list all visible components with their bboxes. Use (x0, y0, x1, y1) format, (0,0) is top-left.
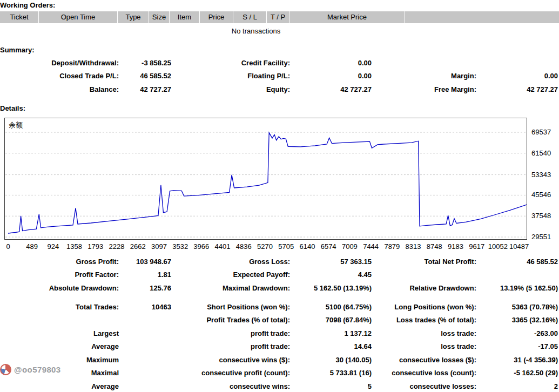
stat-value: -17.05 (476, 342, 558, 350)
stat-label: Deposit/Withdrawal: (0, 59, 119, 67)
watermark: @oo579803 (0, 364, 61, 375)
stat-label: Maximum (0, 356, 119, 364)
stat-label: loss trade: (372, 342, 476, 350)
stat-value: 125.76 (119, 284, 171, 292)
stat-value: 1 137.12 (290, 329, 372, 337)
stat-label: Total Net Profit: (372, 258, 476, 266)
chart-title: 余额 (9, 120, 23, 130)
stat-row: Balance:42 727.27Equity:42 727.27Free Ma… (0, 83, 559, 96)
stat-label: consecutive wins ($): (171, 356, 290, 364)
stat-row: Total Trades:10463Short Positions (won %… (0, 300, 559, 314)
y-axis-label: 69537 (531, 128, 551, 136)
stat-label: Closed Trade P/L: (0, 72, 119, 80)
stat-row: Deposit/Withdrawal:-3 858.25Credit Facil… (0, 56, 559, 70)
orders-column-header: S / L (233, 11, 267, 23)
y-axis-label: 45546 (531, 191, 551, 199)
stat-value: 42 727.27 (476, 85, 558, 93)
stat-row: Maximalconsecutive profit (count):5 733.… (0, 367, 559, 380)
stat-label: Loss trades (% of total): (372, 316, 476, 324)
stat-row: Closed Trade P/L:46 585.52Floating P/L:0… (0, 70, 559, 83)
x-axis-label: 10487 (506, 242, 533, 251)
stat-value: 46 585.52 (119, 72, 171, 80)
orders-column-header: Size (149, 11, 170, 23)
stat-label: Gross Profit: (0, 258, 119, 266)
stat-label: Short Positions (won %): (171, 303, 290, 311)
stat-value: 5363 (70.78%) (476, 303, 558, 311)
stat-row: Profit Trades (% of total):7098 (67.84%)… (0, 314, 559, 327)
stat-row: Averageconsecutive wins:5consecutive los… (0, 380, 559, 392)
stat-label: profit trade: (171, 342, 290, 350)
stat-value: 2 (476, 382, 558, 390)
stat-value: 5 733.81 (16) (290, 369, 372, 377)
stat-label: Balance: (0, 85, 119, 93)
stat-value: 42 727.27 (290, 85, 372, 93)
stat-label: consecutive losses ($): (372, 356, 476, 364)
stat-label: Maximal Drawdown: (171, 284, 290, 292)
stat-label: Floating P/L: (171, 72, 290, 80)
stat-value: 1.81 (119, 271, 171, 279)
stat-label: Gross Loss: (171, 258, 290, 266)
stat-label: Long Positions (won %): (372, 303, 476, 311)
stat-label: Absolute Drawdown: (0, 284, 119, 292)
stat-value: -263.00 (476, 329, 558, 337)
orders-header-row: TicketOpen TimeTypeSizeItemPriceS / LT /… (0, 11, 559, 23)
stat-label: Free Margin: (372, 85, 476, 93)
stat-value: 3365 (32.16%) (476, 316, 558, 324)
stat-label: Equity: (171, 85, 290, 93)
working-orders-title: Working Orders: (0, 1, 55, 9)
stat-value: 103 948.67 (119, 258, 171, 266)
stat-value: 14.64 (290, 342, 372, 350)
orders-column-header: Type (118, 11, 149, 23)
stat-label: profit trade: (171, 329, 290, 337)
stat-value: 57 363.15 (290, 258, 372, 266)
stat-row: Largestprofit trade:1 137.12loss trade:-… (0, 327, 559, 340)
stat-label: Profit Factor: (0, 271, 119, 279)
stats-group-2: Total Trades:10463Short Positions (won %… (0, 300, 559, 392)
stat-row: Profit Factor:1.81Expected Payoff:4.45 (0, 268, 559, 282)
stat-label: Largest (0, 329, 119, 337)
stat-value: -3 858.25 (119, 59, 171, 67)
orders-column-header (405, 11, 559, 23)
stat-label: Average (0, 382, 119, 390)
stat-label: Relative Drawdown: (372, 284, 476, 292)
stat-value: -5 162.50 (29) (476, 369, 558, 377)
y-axis-label: 53343 (531, 171, 551, 179)
stat-value: 5 (290, 382, 372, 390)
no-transactions-message: No transactions (0, 27, 512, 35)
stat-value: 46 585.52 (476, 258, 558, 266)
stat-label: loss trade: (372, 329, 476, 337)
summary-title: Summary: (0, 46, 35, 54)
account-statement: Working Orders: TicketOpen TimeTypeSizeI… (0, 0, 559, 392)
stat-row: Maximumconsecutive wins ($):30 (140.05)c… (0, 353, 559, 367)
stat-row: Averageprofit trade:14.64loss trade:-17.… (0, 340, 559, 354)
stat-value: 30 (140.05) (290, 356, 372, 364)
orders-column-header: Item (170, 11, 200, 23)
y-axis-label: 37548 (531, 212, 551, 220)
balance-chart-svg (5, 118, 527, 239)
watermark-text: @oo579803 (14, 365, 61, 374)
orders-column-header: Market Price (289, 11, 405, 23)
stat-value: 42 727.27 (119, 85, 171, 93)
stat-label: Expected Payoff: (171, 271, 290, 279)
y-axis-label: 29551 (531, 233, 551, 241)
stat-label: consecutive profit (count): (171, 369, 290, 377)
stat-value: 10463 (119, 303, 171, 311)
stat-row: Gross Profit:103 948.67Gross Loss:57 363… (0, 255, 559, 268)
orders-column-header: Open Time (39, 11, 118, 23)
orders-column-header: Price (200, 11, 233, 23)
stat-label: Credit Facility: (171, 59, 290, 67)
stat-label: Total Trades: (0, 303, 119, 311)
y-axis-label: 61540 (531, 149, 551, 157)
stat-value: 31 (-4 356.39) (476, 356, 558, 364)
stat-value: 0.00 (290, 72, 372, 80)
stats-group-1: Gross Profit:103 948.67Gross Loss:57 363… (0, 255, 559, 295)
stat-value: 5100 (64.75%) (290, 303, 372, 311)
stat-row: Absolute Drawdown:125.76Maximal Drawdown… (0, 281, 559, 295)
balance-line (8, 133, 527, 233)
orders-column-header: T / P (267, 11, 289, 23)
stat-label: consecutive losses: (372, 382, 476, 390)
watermark-logo-icon (0, 364, 11, 375)
stat-value: 0.00 (290, 59, 372, 67)
stat-label: Profit Trades (% of total): (171, 316, 290, 324)
chart-plot-area (4, 118, 527, 240)
